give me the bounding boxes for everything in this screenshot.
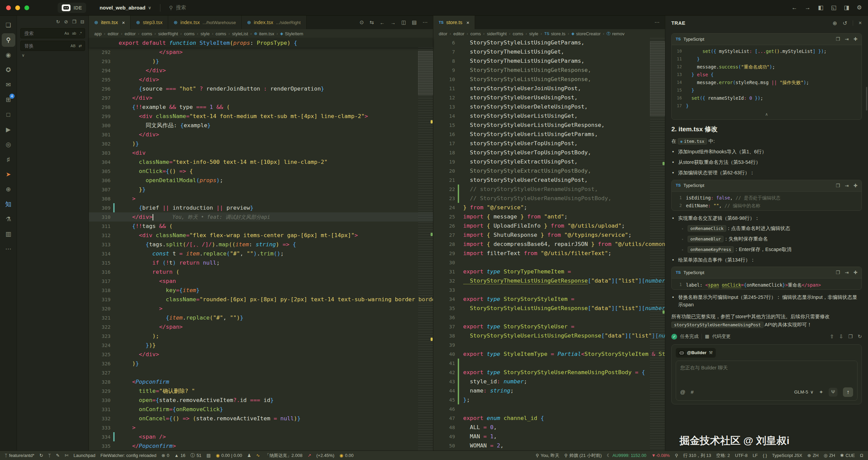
sparkle-icon[interactable]: ✦ <box>819 388 823 396</box>
regex-icon[interactable]: .* <box>78 31 83 36</box>
code-line-45[interactable]: 45}; <box>433 395 665 404</box>
replace-input[interactable] <box>24 43 68 49</box>
code-line-36[interactable]: 36 <box>433 313 665 322</box>
code-line-7[interactable]: 7 storyStoryThemeListUsingGet, <box>433 47 665 56</box>
code-line-306[interactable]: 306 openDetailModal(props); <box>89 176 433 185</box>
globe-icon[interactable]: ⊕ <box>2 183 15 196</box>
code-line-30[interactable]: 30 <box>433 258 665 267</box>
code-line-330[interactable]: 330 open={state.removeActiveItem?.id ===… <box>89 396 433 405</box>
code-line-16[interactable]: 16 set({ renameStyleId: 0 }); <box>672 94 862 102</box>
bell-icon[interactable]: Ω <box>860 453 863 458</box>
tab-item-tsx[interactable]: ⊛item.tsx× <box>89 16 131 29</box>
code-line-1[interactable]: 1isEditing: false, // 是否处于编辑状态 <box>672 194 862 202</box>
close-tab-icon[interactable]: × <box>122 20 125 25</box>
search-input-box[interactable]: Aa ab .* <box>20 28 85 38</box>
breadcrumb-item[interactable]: siderRight <box>158 31 178 36</box>
code-line-296[interactable]: 296 {source === "hot" ? renderJoinButton… <box>89 84 433 93</box>
code-line-17[interactable]: 17 storyStoryStyleUserTopUsingPost, <box>433 139 665 148</box>
code-line-2[interactable]: 2editName: "", // 编辑中的名称 <box>672 202 862 210</box>
code-line-41[interactable]: 41 <box>433 359 665 368</box>
code-line-292[interactable]: 292 </span> <box>89 47 433 57</box>
code-line-325[interactable]: 325 </div> <box>89 350 433 359</box>
code-line-46[interactable]: 46 <box>433 404 665 414</box>
eye-icon[interactable]: ◉ <box>2 48 15 62</box>
eol[interactable]: LF <box>753 453 758 458</box>
code-line-28[interactable]: 28import { decompressBase64, repairJSON … <box>433 239 665 249</box>
expand-search-icon[interactable]: ∨ <box>17 51 88 58</box>
refresh-icon[interactable]: ↻ <box>56 19 60 24</box>
code-line-42[interactable]: 42export type StoryStoryStyleUserRenameU… <box>433 368 665 377</box>
code-line-33[interactable]: 33 <box>433 285 665 294</box>
code-line-15[interactable]: 15 } <box>672 87 862 94</box>
code-changes-label[interactable]: 代码变更 <box>712 333 731 340</box>
code-line-317[interactable]: 317 <span <box>89 276 433 286</box>
code-line-329[interactable]: 329 title="确认删除? " <box>89 386 433 396</box>
layout-sidebar-left-icon[interactable]: ◧ <box>818 4 824 11</box>
cursor-position[interactable]: 行 310，列 13 <box>683 453 711 459</box>
code-line-8[interactable]: 8 StoryStoryThemeListUsingGetParams, <box>433 56 665 65</box>
replace-all-icon[interactable]: ⇄ <box>78 43 83 49</box>
code-line-307[interactable]: 307 }} <box>89 185 433 194</box>
code-line-321[interactable]: 321 {item.replace("#", "")} <box>89 313 433 322</box>
collapse-code-icon[interactable]: ∧ <box>672 111 862 119</box>
global-search[interactable]: ⚲ 搜索 <box>169 4 186 11</box>
tab-store-ts[interactable]: TSstore.ts× <box>433 16 475 29</box>
code-line-318[interactable]: 318 key={item} <box>89 286 433 295</box>
code-editor-store-ts[interactable]: 6 StoryStoryStyleListUsingGetParams,7 st… <box>433 38 665 451</box>
code-line-315[interactable]: 315 if (!t) return null; <box>89 258 433 267</box>
code-line-49[interactable]: 49 MAN = 1, <box>433 432 665 441</box>
zhihu-icon[interactable]: 知 <box>2 197 15 211</box>
nasdaq-change[interactable]: (+2.45%) <box>316 453 334 458</box>
gold-change[interactable]: ▼-0.08% <box>651 453 670 458</box>
code-line-333[interactable]: 333 > <box>89 423 433 432</box>
code-line-14[interactable]: 14 storyStoryStyleUserListUsingGet, <box>433 111 665 120</box>
globe-icon[interactable]: ⊕ZH <box>807 453 818 458</box>
code-editor-item-tsx[interactable]: 292 </span>293 )}294 </div>295 </div>296… <box>89 47 433 451</box>
zoom-icon[interactable]: ⚲ <box>675 453 678 458</box>
scissors-icon[interactable]: ✄ <box>65 453 68 458</box>
breadcrumb-item[interactable]: editor <box>107 31 119 36</box>
trae-ide-logo[interactable]: IDE <box>58 3 86 13</box>
code-line-44[interactable]: 44 name: string; <box>433 386 665 395</box>
minimize-window-button[interactable] <box>15 5 20 10</box>
search-icon[interactable]: ⚲ <box>2 33 15 47</box>
breadcrumb-item[interactable]: siderRight <box>487 31 507 36</box>
blame-you[interactable]: ⚲You, 昨天 <box>536 453 559 459</box>
encoding[interactable]: UTF-8 <box>735 453 748 458</box>
copy-icon[interactable]: ❐ <box>836 182 840 189</box>
cue[interactable]: ✱CUE <box>840 453 855 458</box>
breadcrumb-item[interactable]: ditor <box>439 31 447 36</box>
errors[interactable]: ⊗0 <box>161 453 169 458</box>
whole-word-icon[interactable]: ab <box>71 31 77 36</box>
code-line-6[interactable]: 6 StoryStoryStyleListUsingGetParams, <box>433 38 665 47</box>
code-line-39[interactable]: 39 <box>433 340 665 349</box>
code-line-293[interactable]: 293 )} <box>89 57 433 66</box>
code-line-327[interactable]: 327 <box>89 368 433 377</box>
back-icon[interactable]: ← <box>792 4 797 11</box>
copy-icon[interactable]: ❐ <box>836 269 840 276</box>
history-icon[interactable]: ↺ <box>843 20 847 26</box>
mention-icon[interactable]: @ <box>680 388 685 396</box>
blame-shuaiqi[interactable]: ⚲帅旗 (21 小时前) <box>565 453 602 459</box>
breadcrumb-item[interactable]: coms <box>216 31 226 36</box>
code-line-11[interactable]: 11 storyStoryStyleUserJoinUsingPost, <box>433 84 665 93</box>
code-line-312[interactable]: 312 <div className="flex flex-wrap items… <box>89 231 433 240</box>
context-icon[interactable]: # <box>691 388 693 396</box>
code-line-11[interactable]: 11 } <box>672 55 862 63</box>
gold-price[interactable]: ☾AU9999: 1152.00 <box>607 453 646 458</box>
breadcrumb-item[interactable]: ⓕremov <box>607 31 625 36</box>
mic-icon[interactable]: Ψ <box>829 388 837 397</box>
paper-plane-icon[interactable]: ➤ <box>2 168 15 181</box>
nav-back-icon[interactable]: ← <box>380 20 385 25</box>
layout-panel-icon[interactable]: ◱ <box>831 4 836 11</box>
code-line-302[interactable]: 302 )} <box>89 139 433 148</box>
git-branch[interactable]: ᛉfeature/antd* <box>5 453 34 458</box>
warnings[interactable]: ▲16 <box>174 453 185 458</box>
code-line-301[interactable]: 301 </div> <box>89 130 433 139</box>
code-line-38[interactable]: 38 StoryStoryStyleUserListUsingGetRespon… <box>433 331 665 340</box>
launchpad[interactable]: Launchpad <box>74 453 95 458</box>
swap-icon[interactable]: ⇆ <box>370 19 374 25</box>
code-line-19[interactable]: 19 storyStoryStyleExtractUsingPost, <box>433 157 665 166</box>
breadcrumb-item[interactable]: style <box>200 31 210 36</box>
new-file-icon[interactable]: ✚ <box>853 269 857 276</box>
